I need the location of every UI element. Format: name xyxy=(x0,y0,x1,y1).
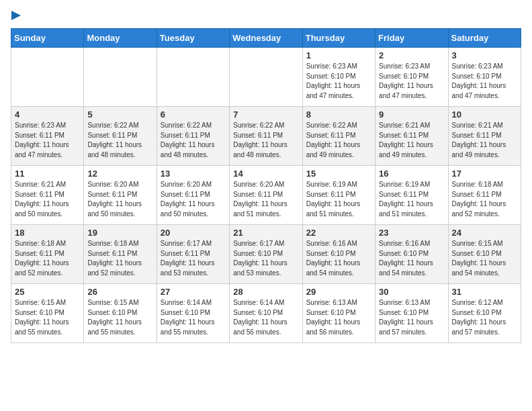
day-info: Sunrise: 6:14 AM Sunset: 6:10 PM Dayligh… xyxy=(233,298,298,337)
calendar-cell: 13Sunrise: 6:20 AM Sunset: 6:11 PM Dayli… xyxy=(157,166,229,225)
page-header xyxy=(11,11,521,20)
calendar-cell: 15Sunrise: 6:19 AM Sunset: 6:11 PM Dayli… xyxy=(302,166,375,225)
day-info: Sunrise: 6:21 AM Sunset: 6:11 PM Dayligh… xyxy=(15,180,80,219)
calendar-table: SundayMondayTuesdayWednesdayThursdayFrid… xyxy=(11,28,521,343)
day-info: Sunrise: 6:22 AM Sunset: 6:11 PM Dayligh… xyxy=(161,121,226,160)
calendar-week-2: 4Sunrise: 6:23 AM Sunset: 6:11 PM Daylig… xyxy=(11,107,521,166)
day-info: Sunrise: 6:23 AM Sunset: 6:10 PM Dayligh… xyxy=(452,62,517,101)
day-number: 31 xyxy=(452,287,517,297)
calendar-week-4: 18Sunrise: 6:18 AM Sunset: 6:11 PM Dayli… xyxy=(11,225,521,284)
day-info: Sunrise: 6:17 AM Sunset: 6:10 PM Dayligh… xyxy=(233,239,298,278)
day-info: Sunrise: 6:21 AM Sunset: 6:11 PM Dayligh… xyxy=(379,121,444,160)
calendar-cell: 20Sunrise: 6:17 AM Sunset: 6:11 PM Dayli… xyxy=(157,225,229,284)
calendar-week-5: 25Sunrise: 6:15 AM Sunset: 6:10 PM Dayli… xyxy=(11,284,521,343)
weekday-header-row: SundayMondayTuesdayWednesdayThursdayFrid… xyxy=(11,29,521,48)
calendar-cell: 27Sunrise: 6:14 AM Sunset: 6:10 PM Dayli… xyxy=(157,284,229,343)
calendar-cell: 16Sunrise: 6:19 AM Sunset: 6:11 PM Dayli… xyxy=(375,166,448,225)
weekday-header-tuesday: Tuesday xyxy=(157,29,229,48)
calendar-week-1: 1Sunrise: 6:23 AM Sunset: 6:10 PM Daylig… xyxy=(11,48,521,107)
day-number: 15 xyxy=(306,169,371,179)
calendar-cell: 28Sunrise: 6:14 AM Sunset: 6:10 PM Dayli… xyxy=(230,284,302,343)
day-number: 13 xyxy=(161,169,226,179)
day-number: 12 xyxy=(87,169,152,179)
calendar-cell: 8Sunrise: 6:22 AM Sunset: 6:11 PM Daylig… xyxy=(302,107,375,166)
day-info: Sunrise: 6:20 AM Sunset: 6:11 PM Dayligh… xyxy=(233,180,298,219)
calendar-cell: 1Sunrise: 6:23 AM Sunset: 6:10 PM Daylig… xyxy=(302,48,375,107)
day-number: 14 xyxy=(233,169,298,179)
day-number: 3 xyxy=(452,50,517,60)
calendar-cell: 26Sunrise: 6:15 AM Sunset: 6:10 PM Dayli… xyxy=(84,284,157,343)
day-info: Sunrise: 6:14 AM Sunset: 6:10 PM Dayligh… xyxy=(161,298,226,337)
weekday-header-wednesday: Wednesday xyxy=(230,29,302,48)
weekday-header-saturday: Saturday xyxy=(448,29,521,48)
day-info: Sunrise: 6:19 AM Sunset: 6:11 PM Dayligh… xyxy=(379,180,444,219)
logo xyxy=(11,11,21,20)
day-number: 4 xyxy=(15,109,80,120)
weekday-header-monday: Monday xyxy=(84,29,157,48)
calendar-cell: 9Sunrise: 6:21 AM Sunset: 6:11 PM Daylig… xyxy=(375,107,448,166)
calendar-cell: 11Sunrise: 6:21 AM Sunset: 6:11 PM Dayli… xyxy=(11,166,84,225)
day-number: 21 xyxy=(233,228,298,238)
day-number: 9 xyxy=(379,109,444,120)
day-info: Sunrise: 6:20 AM Sunset: 6:11 PM Dayligh… xyxy=(161,180,226,219)
day-info: Sunrise: 6:22 AM Sunset: 6:11 PM Dayligh… xyxy=(87,121,152,160)
calendar-cell: 24Sunrise: 6:15 AM Sunset: 6:10 PM Dayli… xyxy=(448,225,521,284)
logo-flag-icon xyxy=(11,11,21,20)
day-number: 11 xyxy=(15,169,80,179)
day-info: Sunrise: 6:22 AM Sunset: 6:11 PM Dayligh… xyxy=(233,121,298,160)
day-number: 17 xyxy=(452,169,517,179)
calendar-cell: 14Sunrise: 6:20 AM Sunset: 6:11 PM Dayli… xyxy=(230,166,302,225)
day-info: Sunrise: 6:18 AM Sunset: 6:11 PM Dayligh… xyxy=(452,180,517,219)
day-info: Sunrise: 6:13 AM Sunset: 6:10 PM Dayligh… xyxy=(306,298,371,337)
day-info: Sunrise: 6:23 AM Sunset: 6:11 PM Dayligh… xyxy=(15,121,80,160)
day-info: Sunrise: 6:16 AM Sunset: 6:10 PM Dayligh… xyxy=(379,239,444,278)
calendar-cell: 30Sunrise: 6:13 AM Sunset: 6:10 PM Dayli… xyxy=(375,284,448,343)
day-info: Sunrise: 6:12 AM Sunset: 6:10 PM Dayligh… xyxy=(452,298,517,337)
calendar-cell: 2Sunrise: 6:23 AM Sunset: 6:10 PM Daylig… xyxy=(375,48,448,107)
day-info: Sunrise: 6:20 AM Sunset: 6:11 PM Dayligh… xyxy=(87,180,152,219)
day-number: 10 xyxy=(452,109,517,120)
calendar-cell: 3Sunrise: 6:23 AM Sunset: 6:10 PM Daylig… xyxy=(448,48,521,107)
day-number: 24 xyxy=(452,228,517,238)
day-info: Sunrise: 6:17 AM Sunset: 6:11 PM Dayligh… xyxy=(161,239,226,278)
day-number: 8 xyxy=(306,109,371,120)
calendar-cell: 4Sunrise: 6:23 AM Sunset: 6:11 PM Daylig… xyxy=(11,107,84,166)
day-info: Sunrise: 6:13 AM Sunset: 6:10 PM Dayligh… xyxy=(379,298,444,337)
calendar-cell: 23Sunrise: 6:16 AM Sunset: 6:10 PM Dayli… xyxy=(375,225,448,284)
day-number: 30 xyxy=(379,287,444,297)
calendar-cell: 21Sunrise: 6:17 AM Sunset: 6:10 PM Dayli… xyxy=(230,225,302,284)
day-number: 1 xyxy=(306,50,371,60)
day-number: 7 xyxy=(233,109,298,120)
day-info: Sunrise: 6:15 AM Sunset: 6:10 PM Dayligh… xyxy=(87,298,152,337)
day-number: 22 xyxy=(306,228,371,238)
calendar-cell: 29Sunrise: 6:13 AM Sunset: 6:10 PM Dayli… xyxy=(302,284,375,343)
calendar-cell: 31Sunrise: 6:12 AM Sunset: 6:10 PM Dayli… xyxy=(448,284,521,343)
day-info: Sunrise: 6:16 AM Sunset: 6:10 PM Dayligh… xyxy=(306,239,371,278)
weekday-header-sunday: Sunday xyxy=(11,29,84,48)
calendar-cell xyxy=(84,48,157,107)
calendar-cell: 17Sunrise: 6:18 AM Sunset: 6:11 PM Dayli… xyxy=(448,166,521,225)
weekday-header-friday: Friday xyxy=(375,29,448,48)
day-info: Sunrise: 6:23 AM Sunset: 6:10 PM Dayligh… xyxy=(379,62,444,101)
weekday-header-thursday: Thursday xyxy=(302,29,375,48)
day-number: 28 xyxy=(233,287,298,297)
calendar-cell: 6Sunrise: 6:22 AM Sunset: 6:11 PM Daylig… xyxy=(157,107,229,166)
day-info: Sunrise: 6:15 AM Sunset: 6:10 PM Dayligh… xyxy=(452,239,517,278)
day-info: Sunrise: 6:15 AM Sunset: 6:10 PM Dayligh… xyxy=(15,298,80,337)
calendar-cell: 19Sunrise: 6:18 AM Sunset: 6:11 PM Dayli… xyxy=(84,225,157,284)
calendar-cell: 25Sunrise: 6:15 AM Sunset: 6:10 PM Dayli… xyxy=(11,284,84,343)
calendar-cell xyxy=(230,48,302,107)
calendar-cell: 12Sunrise: 6:20 AM Sunset: 6:11 PM Dayli… xyxy=(84,166,157,225)
calendar-cell xyxy=(11,48,84,107)
day-info: Sunrise: 6:22 AM Sunset: 6:11 PM Dayligh… xyxy=(306,121,371,160)
day-info: Sunrise: 6:23 AM Sunset: 6:10 PM Dayligh… xyxy=(306,62,371,101)
calendar-cell: 22Sunrise: 6:16 AM Sunset: 6:10 PM Dayli… xyxy=(302,225,375,284)
day-number: 2 xyxy=(379,50,444,60)
day-info: Sunrise: 6:19 AM Sunset: 6:11 PM Dayligh… xyxy=(306,180,371,219)
day-info: Sunrise: 6:18 AM Sunset: 6:11 PM Dayligh… xyxy=(15,239,80,278)
day-info: Sunrise: 6:18 AM Sunset: 6:11 PM Dayligh… xyxy=(87,239,152,278)
calendar-cell: 10Sunrise: 6:21 AM Sunset: 6:11 PM Dayli… xyxy=(448,107,521,166)
day-number: 29 xyxy=(306,287,371,297)
day-number: 23 xyxy=(379,228,444,238)
day-number: 26 xyxy=(87,287,152,297)
